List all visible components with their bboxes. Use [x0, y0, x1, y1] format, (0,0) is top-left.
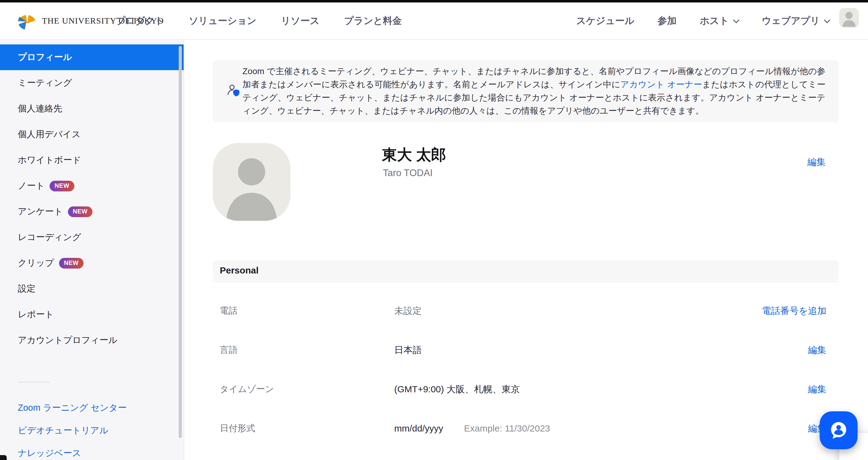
- sidebar-item-label: レコーディング: [18, 231, 81, 243]
- profile-avatar[interactable]: [213, 143, 290, 221]
- sidebar-item-label: ホワイトボード: [18, 154, 81, 166]
- row-value: mm/dd/yyyy: [394, 423, 464, 434]
- person-silhouette-icon: [213, 143, 290, 221]
- sidebar-item[interactable]: レポート: [0, 302, 184, 327]
- sidebar-item[interactable]: クリップNEW: [0, 250, 184, 276]
- privacy-notice-box: Zoom で主催されるミーティング、ウェビナー、チャット、またはチャネルに参加す…: [213, 60, 839, 122]
- sidebar-item-label: アンケート: [18, 205, 63, 218]
- row-action-link[interactable]: 電話番号を追加: [762, 305, 826, 317]
- sidebar-item[interactable]: アカウントプロフィール: [0, 327, 184, 353]
- row-action-link[interactable]: 編集: [808, 344, 826, 356]
- row-example: Example: 11/30/2023: [464, 423, 550, 434]
- sidebar-item[interactable]: 個人用デバイス: [0, 122, 184, 147]
- top-navigation-bar: THE UNIVERSITY OF TOKYO プロダクトソリューションリソース…: [0, 2, 868, 40]
- sidebar-item[interactable]: プロフィール: [0, 45, 184, 70]
- sidebar-item-label: 設定: [18, 283, 35, 295]
- sidebar-item[interactable]: 設定: [0, 276, 184, 302]
- sidebar-item-label: レポート: [18, 308, 54, 321]
- chevron-down-icon: [824, 17, 830, 23]
- sidebar-divider: [18, 382, 50, 382]
- sidebar-item[interactable]: アンケートNEW: [0, 199, 184, 225]
- sidebar-item-label: ミーティング: [18, 77, 72, 89]
- top-nav-action[interactable]: スケジュール: [576, 15, 634, 27]
- personal-row: タイムゾーン(GMT+9:00) 大阪、札幌、東京編集: [213, 370, 839, 409]
- ginkgo-leaf-icon: [17, 11, 37, 31]
- sidebar-item[interactable]: 個人連絡先: [0, 96, 184, 122]
- personal-section-header: Personal: [213, 260, 839, 281]
- sidebar-item[interactable]: ノートNEW: [0, 173, 184, 199]
- profile-edit-link[interactable]: 編集: [807, 156, 826, 168]
- sidebar-footer-links: Zoom ラーニング センタービデオチュートリアルナレッジベース: [0, 397, 184, 460]
- profile-main-content: Zoom で主催されるミーティング、ウェビナー、チャット、またはチャネルに参加す…: [184, 40, 868, 460]
- top-nav-menu[interactable]: ホスト: [700, 15, 738, 27]
- sidebar-item-label: 個人連絡先: [18, 103, 62, 115]
- settings-sidebar: プロフィールミーティング個人連絡先個人用デバイスホワイトボードノートNEWアンケ…: [0, 40, 184, 460]
- profile-name-romaji: Taro TODAI: [383, 168, 433, 178]
- person-shield-icon: [226, 83, 242, 100]
- new-badge: NEW: [68, 206, 92, 217]
- profile-summary: 東大 太郎 Taro TODAI 編集: [213, 143, 839, 226]
- row-value: 日本語: [394, 344, 464, 356]
- top-nav-menu[interactable]: ウェブアプリ: [762, 15, 830, 27]
- top-nav-item[interactable]: プロダクト: [116, 15, 164, 27]
- sidebar-footer-link[interactable]: ナレッジベース: [0, 442, 184, 460]
- sidebar-footer-link[interactable]: Zoom ラーニング センター: [0, 397, 184, 419]
- row-label: 日付形式: [220, 422, 394, 435]
- account-owner-link[interactable]: アカウント オーナー: [620, 80, 702, 89]
- chat-person-icon: [828, 420, 849, 441]
- section-divider: [213, 281, 839, 282]
- sidebar-item[interactable]: ホワイトボード: [0, 147, 184, 173]
- personal-row: 日付形式mm/dd/yyyyExample: 11/30/2023編集: [213, 409, 839, 448]
- personal-row: 言語日本語編集: [213, 330, 839, 370]
- top-nav-item[interactable]: リソース: [281, 15, 319, 27]
- row-label: 言語: [220, 344, 394, 356]
- person-silhouette-icon: [839, 8, 859, 28]
- row-action-link[interactable]: 編集: [808, 383, 826, 396]
- row-value: 未設定: [394, 305, 464, 317]
- sidebar-item-label: アカウントプロフィール: [18, 334, 118, 346]
- top-nav-item[interactable]: プランと料金: [344, 15, 402, 27]
- sidebar-item[interactable]: ミーティング: [0, 70, 184, 96]
- sidebar-menu: プロフィールミーティング個人連絡先個人用デバイスホワイトボードノートNEWアンケ…: [0, 40, 184, 353]
- cookie-settings-corner-button[interactable]: [0, 455, 7, 460]
- privacy-notice-text: Zoom で主催されるミーティング、ウェビナー、チャット、またはチャネルに参加す…: [242, 65, 826, 117]
- secondary-nav: スケジュール参加ホストウェブアプリ: [576, 15, 830, 27]
- personal-section-title: Personal: [220, 265, 259, 276]
- chevron-down-icon: [733, 17, 740, 23]
- sidebar-scrollbar[interactable]: [179, 46, 182, 438]
- support-chat-button[interactable]: [819, 411, 858, 449]
- personal-rows: 電話未設定電話番号を追加言語日本語編集タイムゾーン(GMT+9:00) 大阪、札…: [213, 291, 839, 448]
- zoom-profile-page: THE UNIVERSITY OF TOKYO プロダクトソリューションリソース…: [0, 0, 868, 460]
- sidebar-item-label: ノート: [18, 180, 45, 192]
- sidebar-item[interactable]: レコーディング: [0, 225, 184, 250]
- sidebar-item-label: クリップ: [18, 257, 54, 269]
- top-nav-item[interactable]: ソリューション: [189, 15, 256, 27]
- new-badge: NEW: [50, 181, 74, 192]
- personal-row: 電話未設定電話番号を追加: [213, 291, 839, 330]
- top-nav-action[interactable]: 参加: [657, 15, 676, 27]
- primary-nav: プロダクトソリューションリソースプランと料金: [116, 15, 402, 27]
- profile-name: 東大 太郎: [382, 145, 446, 165]
- row-value: (GMT+9:00) 大阪、札幌、東京: [394, 383, 520, 396]
- sidebar-footer-link[interactable]: ビデオチュートリアル: [0, 419, 184, 442]
- sidebar-item-label: 個人用デバイス: [18, 128, 81, 141]
- sidebar-item-label: プロフィール: [18, 51, 72, 63]
- row-label: 電話: [220, 305, 394, 317]
- user-avatar[interactable]: [839, 8, 859, 28]
- row-label: タイムゾーン: [220, 383, 394, 395]
- new-badge: NEW: [59, 258, 84, 268]
- top-black-strip: [0, 0, 868, 2]
